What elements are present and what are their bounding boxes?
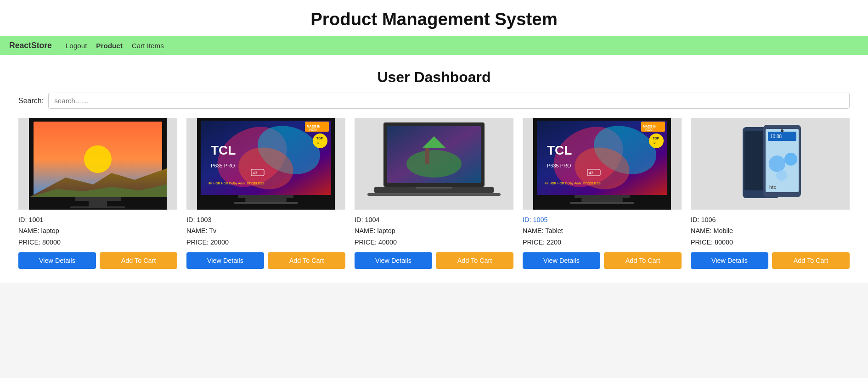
svg-rect-7 bbox=[70, 206, 125, 208]
product-info: ID: 1004NAME: laptopPRICE: 40000 bbox=[355, 214, 513, 248]
svg-point-63 bbox=[784, 153, 797, 166]
product-name: NAME: Mobile bbox=[691, 225, 850, 236]
product-price: PRICE: 80000 bbox=[691, 237, 850, 248]
svg-point-21 bbox=[313, 133, 327, 148]
svg-text:P635 PRO: P635 PRO bbox=[211, 163, 235, 168]
svg-rect-5 bbox=[75, 197, 121, 201]
add-to-cart-button[interactable]: Add To Cart bbox=[268, 252, 345, 269]
svg-text:TOP: TOP bbox=[316, 137, 323, 140]
view-details-button[interactable]: View Details bbox=[355, 252, 432, 269]
search-row: Search: bbox=[18, 93, 850, 109]
add-to-cart-button[interactable]: Add To Cart bbox=[436, 252, 513, 269]
svg-rect-53 bbox=[581, 198, 623, 202]
svg-text:htc: htc bbox=[769, 185, 776, 190]
svg-text:43: 43 bbox=[589, 171, 593, 175]
svg-text:INDIA: INDIA bbox=[309, 128, 317, 131]
svg-rect-54 bbox=[570, 202, 634, 204]
svg-point-66 bbox=[781, 129, 783, 132]
product-buttons: View DetailsAdd To Cart bbox=[355, 252, 513, 269]
product-price: PRICE: 20000 bbox=[186, 237, 345, 248]
svg-text:TCL: TCL bbox=[211, 143, 236, 157]
product-image: TCL P635 PRO 43 4K HDR HDR Dolby Audio E… bbox=[523, 118, 682, 210]
svg-text:TOP: TOP bbox=[653, 137, 659, 140]
product-card: ID: 1001NAME: laptopPRICE: 80000View Det… bbox=[18, 118, 177, 269]
svg-text:P635 PRO: P635 PRO bbox=[547, 163, 571, 168]
svg-point-64 bbox=[776, 170, 787, 181]
product-buttons: View DetailsAdd To Cart bbox=[186, 252, 345, 269]
svg-text:4K HDR   HDR   Dolby Audio   E: 4K HDR HDR Dolby Audio EDGELESS bbox=[209, 182, 265, 185]
svg-point-2 bbox=[84, 145, 112, 173]
product-price: PRICE: 40000 bbox=[355, 237, 513, 248]
svg-rect-35 bbox=[416, 187, 452, 189]
product-name: NAME: Tablet bbox=[523, 225, 682, 236]
product-card: TCL P635 PRO 43 4K HDR HDR Dolby Audio E… bbox=[523, 118, 682, 269]
svg-point-62 bbox=[769, 156, 785, 172]
product-card: 10:08 htc ID: 1006NAME: MobilePRICE: 800… bbox=[691, 118, 850, 269]
svg-text:4K HDR   HDR   Dolby Audio   E: 4K HDR HDR Dolby Audio EDGELESS bbox=[545, 182, 601, 185]
product-price: PRICE: 2200 bbox=[523, 237, 682, 248]
product-price: PRICE: 80000 bbox=[18, 237, 177, 248]
product-id: ID: 1004 bbox=[355, 214, 513, 225]
add-to-cart-button[interactable]: Add To Cart bbox=[100, 252, 177, 269]
product-image: TCL P635 PRO 43 4K HDR HDR Dolby Audio E… bbox=[186, 118, 345, 210]
product-info: ID: 1001NAME: laptopPRICE: 80000 bbox=[18, 214, 177, 248]
product-image bbox=[355, 118, 513, 210]
product-info: ID: 1005NAME: TabletPRICE: 2200 bbox=[523, 214, 682, 248]
svg-rect-26 bbox=[234, 202, 298, 204]
svg-text:10:08: 10:08 bbox=[770, 134, 782, 139]
svg-rect-34 bbox=[367, 193, 501, 196]
svg-text:MADE IN: MADE IN bbox=[307, 125, 321, 128]
product-id: ID: 1001 bbox=[18, 214, 177, 225]
product-buttons: View DetailsAdd To Cart bbox=[523, 252, 682, 269]
product-info: ID: 1003NAME: TvPRICE: 20000 bbox=[186, 214, 345, 248]
products-grid: ID: 1001NAME: laptopPRICE: 80000View Det… bbox=[18, 118, 850, 269]
svg-text:MADE IN: MADE IN bbox=[643, 125, 657, 128]
add-to-cart-button[interactable]: Add To Cart bbox=[772, 252, 850, 269]
search-label: Search: bbox=[18, 97, 44, 105]
add-to-cart-button[interactable]: Add To Cart bbox=[604, 252, 682, 269]
svg-rect-24 bbox=[238, 195, 293, 198]
page-title: Product Management System bbox=[0, 0, 868, 36]
svg-point-49 bbox=[649, 133, 664, 148]
svg-text:2: 2 bbox=[317, 141, 320, 145]
view-details-button[interactable]: View Details bbox=[691, 252, 768, 269]
product-name: NAME: laptop bbox=[18, 225, 177, 236]
nav-logout[interactable]: Logout bbox=[66, 42, 87, 50]
product-buttons: View DetailsAdd To Cart bbox=[18, 252, 177, 269]
svg-rect-52 bbox=[575, 195, 630, 198]
product-image: 10:08 htc bbox=[691, 118, 850, 210]
search-input[interactable] bbox=[48, 93, 850, 109]
view-details-button[interactable]: View Details bbox=[523, 252, 600, 269]
nav-cart-items[interactable]: Cart Items bbox=[132, 42, 164, 50]
svg-text:TCL: TCL bbox=[547, 143, 572, 157]
svg-rect-31 bbox=[425, 145, 429, 164]
product-name: NAME: Tv bbox=[186, 225, 345, 236]
main-content: User Dashboard Search: bbox=[0, 55, 868, 283]
product-id: ID: 1003 bbox=[186, 214, 345, 225]
svg-point-30 bbox=[406, 150, 462, 178]
nav-product[interactable]: Product bbox=[96, 42, 122, 50]
brand-logo: ReactStore bbox=[9, 41, 52, 50]
product-id: ID: 1005 bbox=[523, 214, 682, 225]
view-details-button[interactable]: View Details bbox=[186, 252, 264, 269]
svg-rect-6 bbox=[89, 201, 107, 206]
product-buttons: View DetailsAdd To Cart bbox=[691, 252, 850, 269]
product-id: ID: 1006 bbox=[691, 214, 850, 225]
view-details-button[interactable]: View Details bbox=[18, 252, 96, 269]
product-name: NAME: laptop bbox=[355, 225, 513, 236]
svg-text:43: 43 bbox=[253, 171, 257, 175]
product-card: TCL P635 PRO 43 4K HDR HDR Dolby Audio E… bbox=[186, 118, 345, 269]
svg-text:INDIA: INDIA bbox=[645, 128, 654, 131]
svg-text:2: 2 bbox=[654, 141, 656, 145]
product-image bbox=[18, 118, 177, 210]
dashboard-title: User Dashboard bbox=[18, 60, 850, 93]
navbar: ReactStore Logout Product Cart Items bbox=[0, 36, 868, 55]
product-id-link[interactable]: ID: 1005 bbox=[523, 216, 547, 223]
product-card: ID: 1004NAME: laptopPRICE: 40000View Det… bbox=[355, 118, 513, 269]
svg-rect-25 bbox=[245, 198, 287, 202]
product-info: ID: 1006NAME: MobilePRICE: 80000 bbox=[691, 214, 850, 248]
